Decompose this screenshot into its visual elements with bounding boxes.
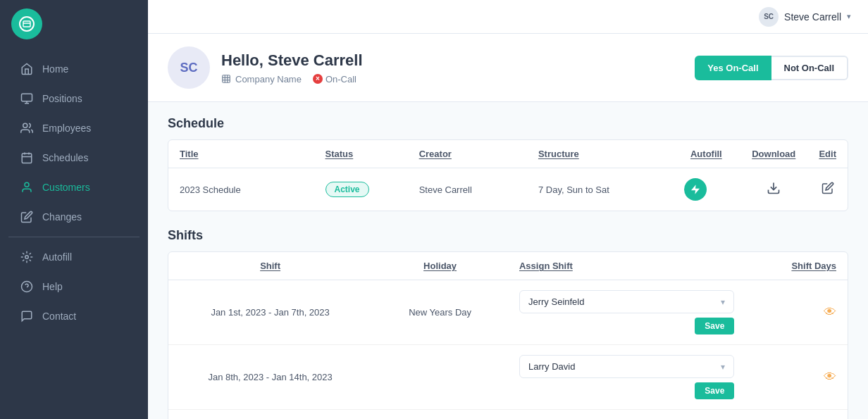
hero-text: Hello, Steve Carrell Company Name (221, 51, 363, 85)
sidebar-item-positions[interactable]: Positions (6, 85, 142, 113)
svg-point-0 (20, 17, 34, 31)
schedule-col-edit: Edit (807, 140, 848, 168)
employees-icon (20, 121, 34, 135)
schedule-edit-cell (807, 168, 848, 211)
schedule-col-title: Title (168, 140, 314, 168)
save-button-2[interactable]: Save (695, 382, 734, 399)
edit-button[interactable] (822, 182, 834, 197)
shift-range-2: Jan 8th, 2023 - Jan 14th, 2023 (168, 345, 372, 410)
main-content: SC Steve Carrell ▾ SC Hello, Steve Carre… (148, 0, 868, 419)
sidebar: Home Positions Employees (0, 0, 148, 419)
schedule-title-cell: 2023 Schedule (168, 168, 314, 211)
sidebar-label-home: Home (42, 63, 68, 75)
shift-holiday-2 (372, 345, 508, 410)
home-icon (20, 62, 34, 76)
sidebar-item-home[interactable]: Home (6, 55, 142, 83)
shift-days-1: 👁 (745, 280, 848, 345)
status-badge: Active (326, 182, 369, 197)
shift-days-2: 👁 (745, 345, 848, 410)
autofill-action-button[interactable] (684, 178, 707, 201)
schedule-col-autofill: Autofill (673, 140, 740, 168)
eye-icon-2[interactable]: 👁 (824, 370, 836, 384)
user-avatar-small: SC (759, 7, 779, 27)
shift-range-3: Jan 15th, 2023 - Jan 21st, 2023 (168, 410, 372, 420)
svg-point-11 (25, 182, 29, 187)
company-name-label: Company Name (235, 74, 302, 85)
sidebar-item-customers[interactable]: Customers (6, 173, 142, 201)
hero-actions: Yes On-Call Not On-Call (695, 56, 848, 80)
user-name-label: Steve Carrell (784, 11, 841, 23)
shift-days-3: 👁 (745, 410, 848, 420)
on-call-badge: × On-Call (313, 74, 356, 85)
not-oncall-button[interactable]: Not On-Call (771, 56, 849, 80)
download-button[interactable] (767, 181, 781, 198)
sidebar-logo (0, 0, 148, 48)
schedule-col-creator: Creator (408, 140, 527, 168)
sidebar-item-schedules[interactable]: Schedules (6, 144, 142, 172)
schedule-col-structure: Structure (527, 140, 673, 168)
shifts-table: Shift Holiday Assign Shift Shift Days Ja… (168, 252, 848, 419)
assign-select-1[interactable]: Jerry Seinfeld ▾ (519, 290, 734, 313)
positions-icon (20, 92, 34, 106)
shift-assign-2: Larry David ▾ Save (508, 345, 745, 410)
shifts-table-container: Shift Holiday Assign Shift Shift Days Ja… (168, 251, 848, 419)
svg-point-12 (25, 256, 29, 259)
avatar: SC (168, 46, 210, 89)
sidebar-label-autofill: Autofill (42, 251, 72, 263)
customers-icon (20, 180, 34, 194)
assign-value-2: Larry David (528, 361, 575, 372)
svg-point-6 (23, 123, 27, 127)
shifts-col-assign: Assign Shift (508, 252, 745, 280)
on-call-dot-icon: × (313, 74, 323, 84)
sidebar-nav: Home Positions Employees (0, 48, 148, 419)
sidebar-item-contact[interactable]: Contact (6, 302, 142, 330)
user-info[interactable]: SC Steve Carrell ▾ (759, 7, 851, 27)
sidebar-label-help: Help (42, 281, 63, 292)
assign-select-2[interactable]: Larry David ▾ (519, 355, 734, 378)
hero-greeting: Hello, Steve Carrell (221, 51, 363, 70)
sidebar-item-autofill[interactable]: Autofill (6, 243, 142, 271)
sidebar-item-changes[interactable]: Changes (6, 203, 142, 231)
sidebar-item-employees[interactable]: Employees (6, 114, 142, 142)
eye-icon-1[interactable]: 👁 (824, 305, 836, 319)
svg-rect-1 (23, 21, 30, 27)
schedule-creator-cell: Steve Carrell (408, 168, 527, 211)
sidebar-divider (8, 237, 140, 237)
svg-rect-3 (22, 94, 32, 101)
autofill-nav-icon (20, 250, 34, 264)
shifts-col-shift: Shift (168, 252, 372, 280)
shift-assign-1: Jerry Seinfeld ▾ Save (508, 280, 745, 345)
chevron-down-icon-2: ▾ (721, 362, 725, 372)
schedule-structure-cell: 7 Day, Sun to Sat (527, 168, 673, 211)
sidebar-label-changes: Changes (42, 211, 82, 223)
yes-oncall-button[interactable]: Yes On-Call (695, 56, 771, 80)
schedule-col-status: Status (314, 140, 408, 168)
sidebar-label-employees: Employees (42, 123, 91, 134)
sidebar-label-schedules: Schedules (42, 152, 88, 163)
schedule-table-container: Title Status Creator Structure Autofill … (168, 139, 848, 211)
shift-holiday-1: New Years Day (372, 280, 508, 345)
svg-rect-15 (223, 75, 230, 83)
sidebar-item-help[interactable]: Help (6, 273, 142, 301)
company-name-meta: Company Name (221, 74, 302, 85)
sidebar-label-contact: Contact (42, 311, 76, 322)
schedules-icon (20, 151, 34, 165)
shifts-col-days: Shift Days (745, 252, 848, 280)
schedule-row: 2023 Schedule Active Steve Carrell 7 Day… (168, 168, 848, 211)
assign-cell-1: Jerry Seinfeld ▾ Save (519, 290, 734, 334)
edit-icon (822, 182, 834, 194)
schedule-download-cell (740, 168, 807, 211)
help-icon (20, 280, 34, 294)
save-button-1[interactable]: Save (695, 318, 734, 334)
contact-icon (20, 309, 34, 323)
assign-cell-2: Larry David ▾ Save (519, 355, 734, 399)
shifts-col-holiday: Holiday (372, 252, 508, 280)
shifts-section-title: Shifts (168, 228, 848, 243)
hero-section: SC Hello, Steve Carrell Company Name (148, 34, 868, 102)
schedule-section-title: Schedule (168, 116, 848, 131)
top-header: SC Steve Carrell ▾ (148, 0, 868, 34)
on-call-label: On-Call (326, 74, 356, 85)
content-area: Schedule Title Status Creator Structure … (148, 102, 868, 419)
shift-row-2: Jan 8th, 2023 - Jan 14th, 2023 Larry Dav… (168, 345, 848, 410)
hero-left: SC Hello, Steve Carrell Company Name (168, 46, 363, 89)
